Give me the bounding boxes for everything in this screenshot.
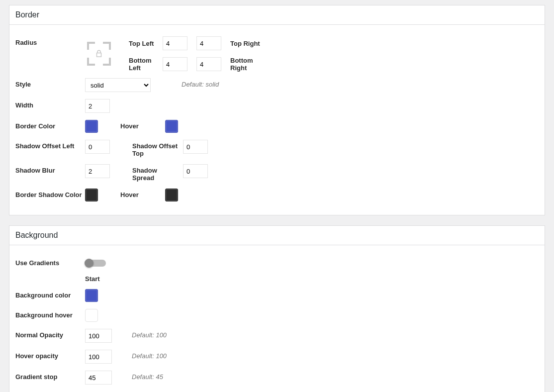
- input-radius-bottom-left[interactable]: [163, 57, 187, 71]
- panel-border: Border Radius Top Left Top Right Bo: [9, 5, 545, 215]
- lock-icon: [94, 49, 103, 58]
- hint-normal-opacity: Default: 100: [132, 329, 167, 339]
- label-border-shadow-color: Border Shadow Color: [15, 189, 85, 198]
- input-shadow-spread[interactable]: [183, 164, 208, 178]
- input-radius-bottom-right[interactable]: [196, 57, 221, 71]
- label-border-shadow-hover: Hover: [120, 189, 160, 198]
- swatch-border-color[interactable]: [85, 120, 98, 133]
- label-use-gradients: Use Gradients: [15, 257, 85, 267]
- swatch-background-hover[interactable]: [85, 309, 98, 322]
- hint-style: Default: solid: [182, 78, 219, 88]
- input-shadow-offset-left[interactable]: [85, 140, 110, 154]
- select-style[interactable]: solid: [85, 78, 151, 92]
- input-gradient-stop[interactable]: [85, 371, 112, 385]
- input-normal-opacity[interactable]: [85, 329, 112, 343]
- label-top-right: Top Right: [230, 40, 270, 47]
- label-shadow-offset-top: Shadow Offset Top: [132, 140, 178, 157]
- input-radius-top-left[interactable]: [163, 36, 187, 50]
- hint-hover-opacity: Default: 100: [132, 350, 167, 360]
- label-shadow-offset-left: Shadow Offset Left: [15, 140, 85, 150]
- label-shadow-spread: Shadow Spread: [132, 164, 178, 182]
- hint-gradient-stop: Default: 45: [132, 371, 163, 381]
- label-background-hover: Background hover: [15, 309, 85, 319]
- label-radius: Radius: [15, 36, 85, 46]
- label-start: Start: [85, 271, 539, 286]
- radius-link-icon[interactable]: [85, 40, 113, 68]
- radius-grid: Top Left Top Right Bottom Left Bottom Ri…: [85, 36, 270, 71]
- label-bottom-right: Bottom Right: [230, 57, 270, 72]
- swatch-border-hover[interactable]: [165, 120, 178, 133]
- toggle-use-gradients[interactable]: [85, 260, 106, 267]
- input-radius-top-right[interactable]: [196, 36, 221, 50]
- input-hover-opacity[interactable]: [85, 350, 112, 364]
- input-shadow-blur[interactable]: [85, 164, 110, 178]
- swatch-border-shadow-color[interactable]: [85, 189, 98, 201]
- label-border-hover: Hover: [120, 120, 160, 130]
- label-hover-opacity: Hover opacity: [15, 350, 85, 360]
- label-shadow-blur: Shadow Blur: [15, 164, 85, 174]
- label-top-left: Top Left: [129, 40, 159, 47]
- label-width: Width: [15, 99, 85, 109]
- panel-background: Background Use Gradients Start Backgroun…: [9, 225, 545, 392]
- swatch-background-color[interactable]: [85, 289, 98, 302]
- input-shadow-offset-top[interactable]: [183, 140, 208, 154]
- label-border-color: Border Color: [15, 120, 85, 130]
- label-gradient-stop: Gradient stop: [15, 371, 85, 381]
- input-width[interactable]: [85, 99, 110, 113]
- label-bottom-left: Bottom Left: [129, 57, 159, 72]
- panel-background-title: Background: [9, 226, 545, 245]
- label-normal-opacity: Normal Opacity: [15, 329, 85, 339]
- panel-border-title: Border: [9, 5, 545, 25]
- swatch-border-shadow-hover[interactable]: [165, 189, 178, 201]
- label-background-color: Background color: [15, 289, 85, 299]
- label-style: Style: [15, 78, 85, 88]
